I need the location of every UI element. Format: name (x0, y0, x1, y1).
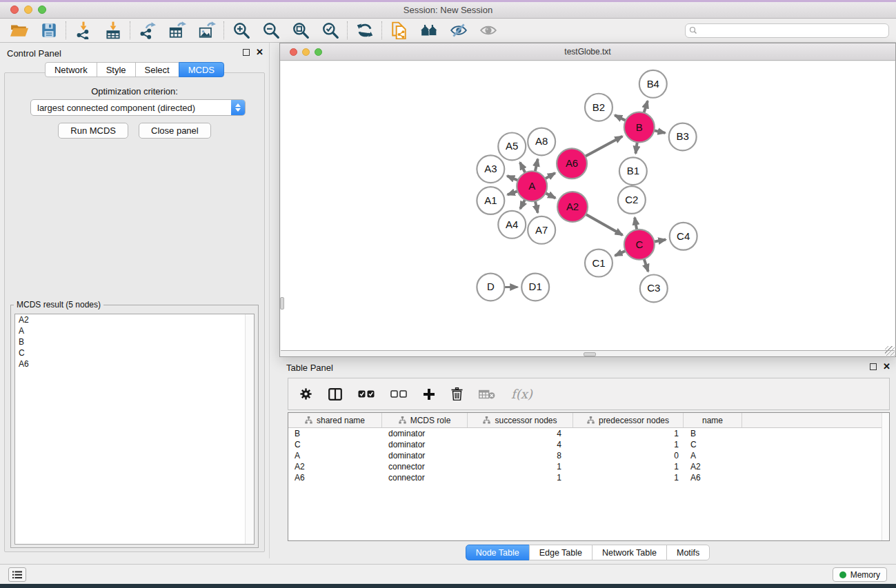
mcds-result-item[interactable]: B (15, 336, 254, 347)
graph-node-D1[interactable]: D1 (521, 274, 549, 301)
table-cell[interactable]: A (288, 451, 382, 460)
import-network-icon[interactable] (74, 21, 92, 40)
float-panel-icon[interactable] (243, 49, 250, 56)
graph-node-A5[interactable]: A5 (498, 133, 526, 161)
search-input[interactable] (697, 26, 888, 35)
table-cell[interactable]: A2 (684, 462, 742, 472)
close-panel-icon[interactable]: ✕ (256, 49, 263, 56)
table-cell[interactable]: A2 (288, 462, 382, 472)
graph-node-A3[interactable]: A3 (477, 155, 504, 183)
table-row[interactable]: Cdominator41C (288, 439, 889, 450)
delete-table-icon[interactable] (479, 389, 495, 399)
table-cell[interactable]: A (684, 451, 742, 460)
table-cell[interactable]: connector (382, 473, 468, 483)
table-cell[interactable]: A6 (288, 473, 382, 483)
hide-selected-eye-icon[interactable] (449, 21, 468, 40)
zoom-selected-icon[interactable] (321, 21, 339, 40)
network-canvas[interactable]: B4B2BB3A5A8A6B1A3AA1C2A2A4A7C4CC1DD1C3 (281, 61, 895, 351)
graph-node-C[interactable]: C (624, 230, 655, 260)
graph-node-A6[interactable]: A6 (557, 148, 587, 179)
graph-node-A1[interactable]: A1 (477, 187, 504, 214)
tab-edge-table[interactable]: Edge Table (529, 545, 593, 560)
graph-node-B2[interactable]: B2 (585, 94, 613, 121)
column-view-icon[interactable] (328, 388, 342, 401)
graph-node-A2[interactable]: A2 (557, 192, 588, 222)
mcds-list-scrollbar[interactable] (245, 314, 254, 544)
delete-column-trash-icon[interactable] (451, 387, 463, 401)
memory-button[interactable]: Memory (833, 567, 887, 582)
table-cell[interactable]: 8 (468, 451, 573, 460)
table-cell[interactable]: A6 (684, 473, 742, 483)
run-mcds-button[interactable]: Run MCDS (58, 123, 128, 139)
vertical-scroll-handle[interactable] (280, 297, 284, 310)
network-graph[interactable]: B4B2BB3A5A8A6B1A3AA1C2A2A4A7C4CC1DD1C3 (281, 61, 895, 350)
unselect-all-checkboxes-icon[interactable] (390, 390, 407, 398)
zoom-fit-icon[interactable] (291, 21, 310, 40)
table-cell[interactable]: B (288, 429, 382, 438)
home-icon[interactable] (419, 21, 438, 40)
graph-node-A4[interactable]: A4 (498, 211, 526, 239)
table-cell[interactable]: dominator (382, 440, 468, 449)
mcds-result-item[interactable]: A (15, 325, 254, 336)
graph-node-A[interactable]: A (517, 171, 547, 201)
tab-select[interactable]: Select (135, 62, 179, 77)
tab-motifs[interactable]: Motifs (666, 545, 710, 560)
table-cell[interactable]: B (684, 429, 742, 438)
graph-node-C4[interactable]: C4 (670, 223, 697, 250)
table-row[interactable]: Bdominator41B (288, 428, 889, 439)
table-cell[interactable]: 1 (468, 473, 573, 483)
table-cell[interactable]: 1 (468, 462, 573, 472)
close-table-panel-icon[interactable]: ✕ (883, 363, 890, 370)
mcds-result-list[interactable]: A2ABCA6 (14, 314, 255, 545)
table-row[interactable]: A2connector11A2 (288, 461, 889, 472)
tab-style[interactable]: Style (97, 62, 136, 77)
select-all-checkboxes-icon[interactable] (358, 390, 375, 398)
graph-node-A7[interactable]: A7 (528, 216, 555, 244)
save-session-icon[interactable] (39, 21, 58, 40)
horizontal-scroll-handle[interactable] (584, 352, 596, 356)
column-header-predecessor-nodes[interactable]: predecessor nodes (573, 413, 684, 427)
column-header-name[interactable]: name (684, 413, 742, 427)
table-cell[interactable]: 1 (573, 462, 684, 472)
table-cell[interactable]: C (684, 440, 742, 449)
float-table-panel-icon[interactable] (870, 363, 877, 370)
import-table-icon[interactable] (103, 21, 122, 40)
column-header-successor-nodes[interactable]: successor nodes (468, 413, 573, 427)
mcds-result-item[interactable]: C (15, 347, 254, 358)
table-row[interactable]: A6connector11A6 (288, 472, 889, 483)
mcds-result-item[interactable]: A2 (15, 314, 254, 325)
export-network-icon[interactable] (138, 21, 157, 40)
graph-node-B[interactable]: B (624, 112, 655, 143)
table-cell[interactable]: 4 (468, 440, 573, 449)
table-cell[interactable]: dominator (382, 429, 468, 438)
tab-network[interactable]: Network (45, 62, 97, 77)
task-history-button[interactable] (8, 567, 26, 582)
add-column-icon[interactable] (423, 388, 435, 401)
table-cell[interactable]: 1 (573, 429, 684, 438)
export-image-icon[interactable] (197, 21, 216, 40)
table-cell[interactable]: C (288, 440, 382, 449)
refresh-icon[interactable] (355, 21, 374, 40)
table-cell[interactable]: 4 (468, 429, 573, 438)
criterion-select[interactable]: largest connected component (directed) (30, 99, 246, 116)
table-cell[interactable]: 1 (573, 473, 684, 483)
show-hidden-eye-icon[interactable] (479, 21, 497, 40)
graph-node-C3[interactable]: C3 (640, 275, 668, 303)
table-scrollbar[interactable] (882, 413, 889, 540)
graph-node-B3[interactable]: B3 (669, 123, 697, 151)
graph-node-B1[interactable]: B1 (619, 157, 647, 185)
tab-node-table[interactable]: Node Table (466, 545, 530, 560)
mcds-result-item[interactable]: A6 (15, 358, 254, 369)
column-header-MCDS-role[interactable]: MCDS role (382, 413, 468, 427)
column-header-shared-name[interactable]: shared name (288, 413, 382, 427)
graph-node-B4[interactable]: B4 (639, 70, 667, 98)
graph-node-D[interactable]: D (477, 274, 504, 301)
tab-network-table[interactable]: Network Table (592, 545, 667, 560)
table-row[interactable]: Adominator80A (288, 450, 889, 461)
zoom-out-icon[interactable] (261, 21, 280, 40)
resize-grip-icon[interactable] (885, 346, 895, 356)
search-field[interactable] (685, 23, 889, 38)
close-panel-button[interactable]: Close panel (139, 123, 211, 139)
zoom-in-icon[interactable] (232, 21, 250, 40)
new-network-from-selection-icon[interactable] (390, 21, 408, 40)
